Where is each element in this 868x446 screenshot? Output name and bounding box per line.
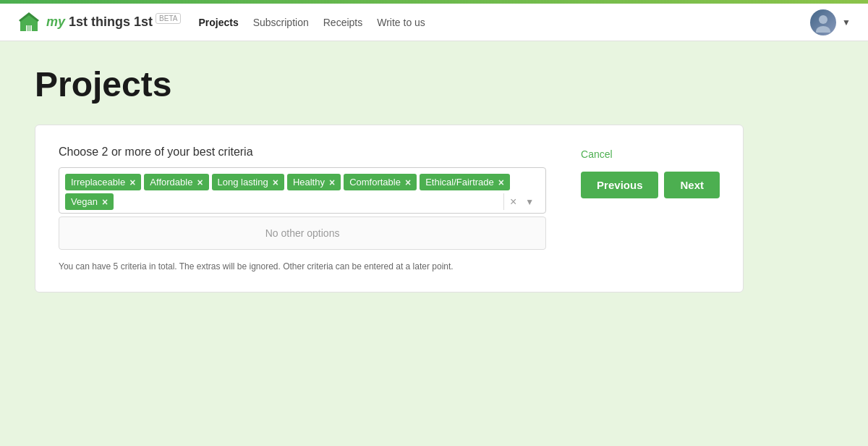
header-right: ▼ (810, 9, 851, 35)
tag-long-lasting: Long lasting× (212, 174, 284, 190)
tag-remove-comfortable[interactable]: × (405, 177, 411, 188)
criteria-label: Choose 2 or more of your best criteria (59, 146, 546, 159)
clear-all-button[interactable]: × (507, 195, 519, 209)
cancel-link[interactable]: Cancel (581, 146, 613, 163)
tag-ethical-fairtrade: Ethical/Fairtrade× (420, 174, 510, 190)
previous-button[interactable]: Previous (581, 172, 658, 198)
helper-text: You can have 5 criteria in total. The ex… (59, 261, 546, 272)
nav-subscription[interactable]: Subscription (253, 17, 309, 28)
avatar[interactable] (810, 9, 836, 35)
action-section: Cancel Previous Next (581, 146, 720, 198)
brand-name: my 1st things 1stBETA (46, 14, 181, 30)
svg-point-3 (819, 15, 827, 24)
main-content: Projects Choose 2 or more of your best c… (0, 41, 868, 316)
tag-irreplaceable: Irreplaceable× (65, 174, 141, 190)
dropdown-panel: No other options (59, 216, 546, 250)
logo-area: my 1st things 1stBETA (17, 11, 181, 34)
dropdown-toggle-button[interactable]: ▼ (522, 195, 537, 209)
tag-label-affordable: Affordable (150, 177, 192, 188)
multi-select-box[interactable]: Irreplaceable×Affordable×Long lasting×He… (59, 167, 546, 214)
tag-label-ethical-fairtrade: Ethical/Fairtrade (425, 177, 494, 188)
tag-healthy: Healthy× (287, 174, 341, 190)
multi-select-controls: × ▼ (503, 193, 540, 210)
tag-affordable: Affordable× (144, 174, 208, 190)
criteria-section: Choose 2 or more of your best criteria I… (59, 146, 546, 272)
tag-remove-affordable[interactable]: × (197, 177, 203, 188)
tag-label-long-lasting: Long lasting (218, 177, 268, 188)
tag-label-vegan: Vegan (71, 196, 98, 207)
tag-remove-irreplaceable[interactable]: × (129, 177, 135, 188)
tag-label-healthy: Healthy (293, 177, 325, 188)
avatar-dropdown-arrow[interactable]: ▼ (842, 17, 851, 28)
next-button[interactable]: Next (664, 172, 720, 198)
card-inner: Choose 2 or more of your best criteria I… (59, 146, 720, 272)
tag-remove-healthy[interactable]: × (329, 177, 335, 188)
tag-label-irreplaceable: Irreplaceable (71, 177, 125, 188)
criteria-card: Choose 2 or more of your best criteria I… (35, 125, 744, 293)
nav-write-to-us[interactable]: Write to us (377, 17, 425, 28)
avatar-image (810, 9, 836, 35)
tag-vegan: Vegan× (65, 193, 114, 210)
page-title: Projects (35, 64, 833, 104)
btn-row: Previous Next (581, 172, 720, 198)
svg-point-4 (816, 26, 830, 33)
tag-remove-long-lasting[interactable]: × (273, 177, 278, 188)
tag-label-comfortable: Comfortable (349, 177, 401, 188)
nav-projects[interactable]: Projects (198, 17, 238, 28)
logo-icon (17, 11, 41, 34)
tag-comfortable: Comfortable× (344, 174, 417, 190)
tag-remove-vegan[interactable]: × (102, 197, 108, 207)
no-options-label: No other options (265, 227, 340, 239)
main-nav: Projects Subscription Receipts Write to … (198, 17, 810, 28)
header: my 1st things 1stBETA Projects Subscript… (0, 4, 868, 41)
tag-remove-ethical-fairtrade[interactable]: × (498, 177, 504, 188)
nav-receipts[interactable]: Receipts (323, 17, 362, 28)
svg-rect-1 (27, 25, 31, 31)
